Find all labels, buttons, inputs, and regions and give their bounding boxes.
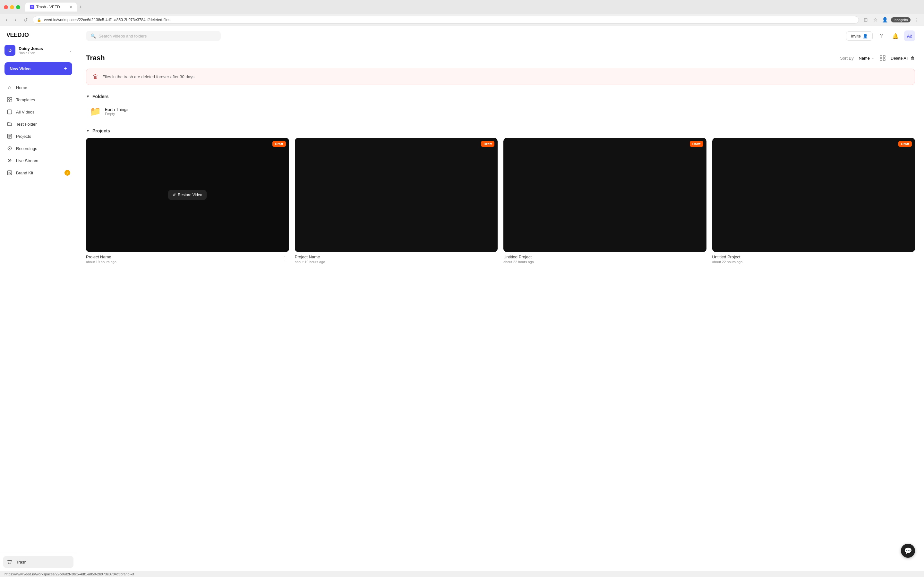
trash-notice-icon: 🗑 bbox=[93, 73, 99, 80]
address-text: veed.io/workspaces/22ce6d2f-38c5-4df1-a8… bbox=[44, 18, 170, 22]
user-plan: Basic Plan bbox=[19, 51, 66, 55]
project-card[interactable]: Draft ↺ Restore Video Project Name bbox=[86, 138, 289, 265]
svg-rect-15 bbox=[883, 59, 885, 61]
project-details: Project Name about 19 hours ago bbox=[86, 255, 281, 264]
svg-rect-14 bbox=[880, 59, 882, 61]
project-name: Untitled Project bbox=[712, 255, 915, 259]
svg-rect-3 bbox=[10, 100, 12, 102]
invite-icon: 👤 bbox=[863, 34, 868, 39]
svg-rect-4 bbox=[8, 110, 12, 114]
new-tab-button[interactable]: + bbox=[77, 3, 85, 11]
sidebar-trash-label: Trash bbox=[16, 560, 70, 564]
lock-icon: 🔒 bbox=[37, 18, 41, 22]
project-thumbnail: Draft bbox=[712, 138, 915, 252]
user-avatar-button[interactable]: A2 bbox=[904, 31, 915, 41]
status-url: https://www.veed.io/workspaces/22ce6d2f-… bbox=[5, 572, 134, 576]
invite-label: Invite bbox=[851, 34, 861, 39]
tab-close-button[interactable]: × bbox=[69, 5, 72, 10]
sidebar-item-trash[interactable]: Trash bbox=[3, 556, 73, 568]
top-bar: 🔍 Invite 👤 ? 🔔 A2 bbox=[77, 26, 924, 46]
restore-video-button[interactable]: ↺ Restore Video bbox=[168, 190, 207, 200]
sidebar-item-templates[interactable]: Templates bbox=[3, 94, 73, 105]
draft-badge: Draft bbox=[898, 141, 912, 147]
page-header: Trash Sort By Name ⌄ bbox=[86, 54, 915, 62]
folders-section-header[interactable]: ▼ Folders bbox=[86, 94, 915, 99]
new-video-button[interactable]: New Video + bbox=[5, 62, 72, 75]
notifications-button[interactable]: 🔔 bbox=[890, 31, 901, 41]
sidebar-item-label: Live Stream bbox=[16, 158, 70, 163]
menu-icon[interactable]: ⋮ bbox=[913, 16, 920, 23]
forward-button[interactable]: › bbox=[13, 16, 18, 23]
project-name: Project Name bbox=[86, 255, 281, 259]
search-input[interactable] bbox=[99, 34, 216, 39]
sidebar-item-projects[interactable]: Projects bbox=[3, 131, 73, 142]
user-chevron-icon: ⌄ bbox=[69, 48, 72, 53]
cast-icon[interactable]: ⊡ bbox=[862, 16, 869, 23]
user-avatar: D bbox=[5, 45, 15, 56]
svg-point-11 bbox=[10, 173, 11, 174]
sidebar-item-brand-kit[interactable]: Brand Kit ⚡ bbox=[3, 167, 73, 179]
search-bar[interactable]: 🔍 bbox=[86, 31, 221, 41]
project-card[interactable]: Draft Untitled Project about 22 hours ag… bbox=[503, 138, 706, 265]
delete-all-label: Delete All bbox=[891, 56, 908, 61]
sidebar-item-live-stream[interactable]: Live Stream bbox=[3, 155, 73, 166]
svg-rect-2 bbox=[7, 100, 9, 102]
project-time: about 19 hours ago bbox=[295, 260, 498, 264]
invite-button[interactable]: Invite 👤 bbox=[846, 31, 873, 41]
page-content: Trash Sort By Name ⌄ bbox=[77, 46, 924, 282]
projects-grid: Draft ↺ Restore Video Project Name bbox=[86, 138, 915, 265]
traffic-lights bbox=[4, 5, 20, 9]
sort-by-value: Name bbox=[859, 56, 870, 61]
project-thumbnail: Draft ↺ Restore Video bbox=[86, 138, 289, 252]
project-name: Untitled Project bbox=[503, 255, 706, 259]
view-toggle-button[interactable] bbox=[880, 55, 885, 61]
recordings-icon bbox=[6, 145, 13, 152]
all-videos-icon bbox=[6, 109, 13, 115]
main-content: 🔍 Invite 👤 ? 🔔 A2 Trash Sort By bbox=[77, 26, 924, 571]
svg-rect-13 bbox=[883, 55, 885, 57]
draft-badge: Draft bbox=[690, 141, 703, 147]
browser-titlebar: V Trash - VEED × + bbox=[0, 0, 924, 14]
restore-icon: ↺ bbox=[173, 193, 176, 197]
minimize-traffic-light[interactable] bbox=[10, 5, 14, 9]
sidebar-item-label: Templates bbox=[16, 97, 70, 102]
help-button[interactable]: ? bbox=[876, 31, 887, 41]
project-card[interactable]: Draft Project Name about 19 hours ago bbox=[295, 138, 498, 265]
close-traffic-light[interactable] bbox=[4, 5, 8, 9]
projects-section-header[interactable]: ▼ Projects bbox=[86, 128, 915, 133]
projects-icon bbox=[6, 133, 13, 139]
delete-all-button[interactable]: Delete All 🗑 bbox=[891, 55, 915, 61]
sort-by-dropdown[interactable]: Sort By Name ⌄ bbox=[840, 56, 875, 61]
chat-button[interactable]: 💬 bbox=[901, 544, 915, 558]
sidebar-item-label: All Videos bbox=[16, 110, 70, 114]
folder-earth-things[interactable]: 📁 Earth Things Empty bbox=[86, 103, 182, 119]
app-layout: VEED.IO D Daisy Jonas Basic Plan ⌄ New V… bbox=[0, 26, 924, 571]
maximize-traffic-light[interactable] bbox=[16, 5, 20, 9]
sidebar-item-test-folder[interactable]: Test Folder bbox=[3, 118, 73, 130]
project-time: about 22 hours ago bbox=[503, 260, 706, 264]
browser-toolbar: ‹ › ↺ 🔒 veed.io/workspaces/22ce6d2f-38c5… bbox=[0, 14, 924, 26]
projects-section: ▼ Projects Draft ↺ Restore Video bbox=[86, 128, 915, 265]
address-bar[interactable]: 🔒 veed.io/workspaces/22ce6d2f-38c5-4df1-… bbox=[33, 16, 859, 24]
sidebar-item-all-videos[interactable]: All Videos bbox=[3, 106, 73, 118]
delete-all-icon: 🗑 bbox=[910, 55, 915, 61]
sidebar-item-label: Home bbox=[16, 85, 70, 90]
bookmark-icon[interactable]: ☆ bbox=[872, 16, 879, 23]
status-bar: https://www.veed.io/workspaces/22ce6d2f-… bbox=[0, 571, 924, 577]
folders-chevron-icon: ▼ bbox=[86, 94, 90, 99]
project-name: Project Name bbox=[295, 255, 498, 259]
active-tab[interactable]: V Trash - VEED × bbox=[25, 3, 77, 11]
projects-section-title: Projects bbox=[92, 128, 110, 133]
sidebar-item-recordings[interactable]: Recordings bbox=[3, 143, 73, 154]
folder-name: Earth Things bbox=[105, 107, 128, 112]
project-info: Project Name about 19 hours ago ⋮ bbox=[86, 252, 289, 265]
back-button[interactable]: ‹ bbox=[4, 16, 9, 23]
profile-icon[interactable]: 👤 bbox=[881, 16, 888, 23]
project-card[interactable]: Draft Untitled Project about 22 hours ag… bbox=[712, 138, 915, 265]
sidebar-item-home[interactable]: ⌂ Home bbox=[3, 82, 73, 93]
project-menu-button[interactable]: ⋮ bbox=[281, 255, 289, 263]
user-section[interactable]: D Daisy Jonas Basic Plan ⌄ bbox=[0, 42, 77, 60]
svg-point-10 bbox=[9, 172, 10, 173]
reload-button[interactable]: ↺ bbox=[21, 16, 29, 24]
folder-info: Earth Things Empty bbox=[105, 107, 128, 116]
